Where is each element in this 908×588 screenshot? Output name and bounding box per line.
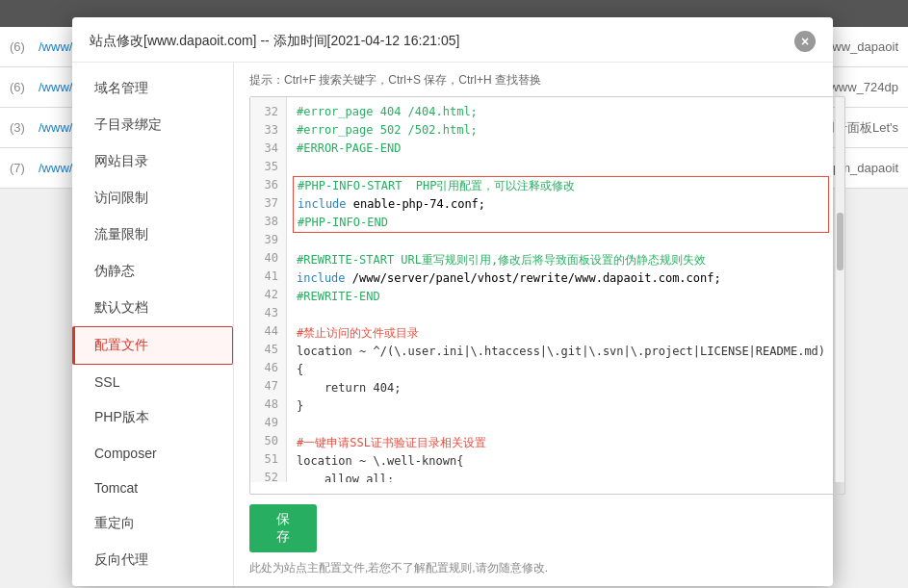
- code-line-48: }: [297, 397, 825, 416]
- code-line-49: [297, 416, 825, 434]
- sidebar-item-rewrite[interactable]: 伪静态: [72, 253, 233, 290]
- modal-body: 域名管理 子目录绑定 网站目录 访问限制 流量限制 伪静态 默认文档 配置文件 …: [72, 63, 833, 586]
- code-line-39: [297, 233, 825, 251]
- editor-scrollbar[interactable]: [835, 97, 844, 482]
- code-line-50: #一键申请SSL证书验证目录相关设置: [297, 434, 825, 452]
- sidebar-item-webdir[interactable]: 网站目录: [72, 143, 233, 180]
- code-line-45: location ~ ^/(\.user.ini|\.htaccess|\.gi…: [297, 343, 825, 361]
- save-button[interactable]: 保存: [249, 504, 317, 552]
- code-line-46: {: [297, 361, 825, 379]
- sidebar-item-redirect[interactable]: 重定向: [72, 505, 233, 542]
- sidebar-item-traffic[interactable]: 流量限制: [72, 217, 233, 253]
- modal-header: 站点修改[www.dapaoit.com] -- 添加时间[2021-04-12…: [72, 17, 833, 63]
- footer-hint: 此处为站点主配置文件,若您不了解配置规则,请勿随意修改.: [249, 560, 845, 576]
- sidebar-item-domain[interactable]: 域名管理: [72, 70, 233, 107]
- sidebar-item-tomcat[interactable]: Tomcat: [72, 471, 233, 505]
- code-line-32: #error_page 404 /404.html;: [297, 103, 825, 121]
- sidebar-item-default-doc[interactable]: 默认文档: [72, 290, 233, 326]
- sidebar-item-ssl[interactable]: SSL: [72, 365, 233, 399]
- modal-title: 站点修改[www.dapaoit.com] -- 添加时间[2021-04-12…: [90, 33, 459, 50]
- code-line-41: include /www/server/panel/vhost/rewrite/…: [297, 269, 825, 288]
- code-content: #error_page 404 /404.html; #error_page 5…: [287, 97, 835, 482]
- code-line-33: #error_page 502 /502.html;: [297, 121, 825, 140]
- code-line-34: #ERROR-PAGE-END: [297, 140, 825, 158]
- code-line-42: #REWRITE-END: [297, 288, 825, 306]
- code-line-44: #禁止访问的文件或目录: [297, 324, 825, 343]
- sidebar-item-access[interactable]: 访问限制: [72, 180, 233, 217]
- sidebar-item-php[interactable]: PHP版本: [72, 399, 233, 436]
- sidebar-item-subdir[interactable]: 子目录绑定: [72, 107, 233, 143]
- line-numbers: 32 33 34 35 36 37 38 39 40 41 42 43 44 4…: [250, 97, 287, 482]
- code-line-43: [297, 306, 825, 324]
- sidebar-item-config[interactable]: 配置文件: [72, 326, 233, 365]
- sidebar: 域名管理 子目录绑定 网站目录 访问限制 流量限制 伪静态 默认文档 配置文件 …: [72, 63, 234, 586]
- highlight-block: #PHP-INFO-START PHP引用配置，可以注释或修改 include …: [293, 176, 829, 233]
- content-area: 提示：Ctrl+F 搜索关键字，Ctrl+S 保存，Ctrl+H 查找替换 32…: [234, 63, 861, 586]
- config-modal: 站点修改[www.dapaoit.com] -- 添加时间[2021-04-12…: [72, 17, 833, 586]
- code-line-37: include enable-php-74.conf;: [298, 195, 824, 214]
- code-line-52: allow all;: [297, 471, 825, 482]
- scrollbar-thumb: [837, 213, 843, 270]
- code-line-38: #PHP-INFO-END: [298, 214, 824, 232]
- code-line-36: #PHP-INFO-START PHP引用配置，可以注释或修改: [298, 177, 824, 195]
- code-line-47: return 404;: [297, 379, 825, 397]
- sidebar-item-proxy[interactable]: 反向代理: [72, 542, 233, 578]
- sidebar-item-composer[interactable]: Composer: [72, 436, 233, 471]
- hint-bar: 提示：Ctrl+F 搜索关键字，Ctrl+S 保存，Ctrl+H 查找替换: [249, 72, 845, 89]
- close-button[interactable]: ×: [794, 31, 816, 52]
- code-line-51: location ~ \.well-known{: [297, 452, 825, 471]
- code-line-35: [297, 158, 825, 176]
- code-editor[interactable]: 32 33 34 35 36 37 38 39 40 41 42 43 44 4…: [249, 96, 845, 495]
- code-line-40: #REWRITE-START URL重写规则引用,修改后将导致面板设置的伪静态规…: [297, 251, 825, 269]
